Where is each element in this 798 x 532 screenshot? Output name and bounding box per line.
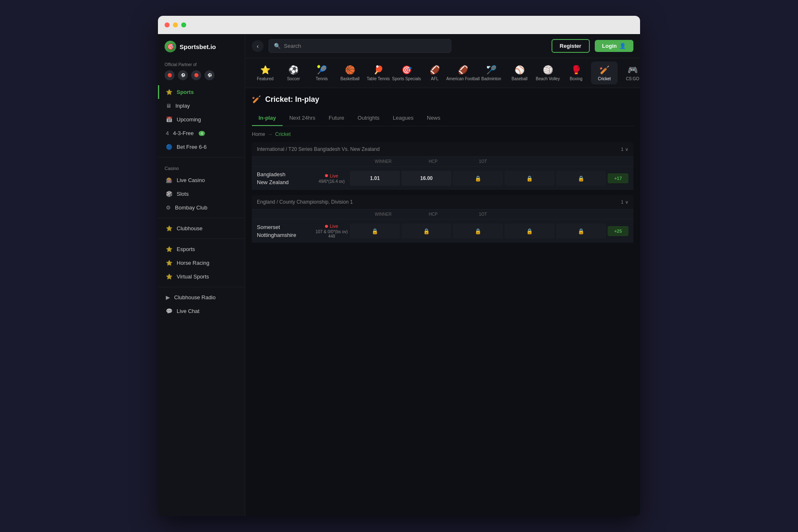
sidebar-sports-label: Sports <box>177 89 194 95</box>
sport-soccer[interactable]: ⚽ Soccer <box>280 62 307 84</box>
breadcrumb-home[interactable]: Home <box>252 131 265 137</box>
odds2-w1[interactable]: 🔒 <box>350 224 400 239</box>
close-btn[interactable] <box>165 22 170 27</box>
sidebar-item-slots[interactable]: 🎲 Slots <box>158 187 245 201</box>
match-league-header-1[interactable]: International / T20 Series Bangladesh Vs… <box>252 142 633 156</box>
odds2-w2[interactable]: 🔒 <box>401 224 451 239</box>
team-nottinghamshire: Nottinghamshire <box>257 232 313 238</box>
nav-divider-1 <box>158 157 245 158</box>
odds-winner-draw-1[interactable]: 16.00 <box>401 171 451 186</box>
inplay-icon: 🖥 <box>166 103 171 109</box>
maximize-btn[interactable] <box>181 22 186 27</box>
lock-icon-6: 🔒 <box>475 228 481 234</box>
oh2-winner: WINNER <box>358 212 408 217</box>
odds-winner-1-1[interactable]: 1.01 <box>350 171 400 186</box>
live-center-1: Live 49/6*(16.4 ov) <box>315 173 348 184</box>
tab-leagues[interactable]: Leagues <box>386 111 420 126</box>
sport-afl[interactable]: 🏈 AFL <box>421 62 448 84</box>
table-tennis-label: Table Tennis <box>367 76 389 81</box>
sidebar-item-bombay-club[interactable]: ⚙ Bombay Club <box>158 201 245 214</box>
oh2-live <box>325 212 358 217</box>
sidebar-live-casino-label: Live Casino <box>177 177 205 183</box>
more-btn-1[interactable]: +17 <box>608 173 628 183</box>
sport-american-football[interactable]: 🏈 American Football <box>450 62 476 84</box>
slots-icon: 🎲 <box>166 191 172 197</box>
match-row-2: Somerset Nottinghamshire Live 107 & 0/0*… <box>252 219 633 243</box>
sport-badminton[interactable]: 🏸 Badminton <box>478 62 505 84</box>
search-placeholder: Search <box>284 43 301 49</box>
sidebar-item-live-casino[interactable]: 🎰 Live Casino <box>158 173 245 187</box>
tab-next24hrs[interactable]: Next 24hrs <box>283 111 322 126</box>
odds2-hcp2[interactable]: 🔒 <box>505 224 554 239</box>
match-teams-2: Somerset Nottinghamshire <box>257 224 313 238</box>
team-somerset: Somerset <box>257 224 313 230</box>
sport-featured[interactable]: ⭐ Featured <box>252 62 278 84</box>
sidebar-item-horse-racing[interactable]: ⭐ Horse Racing <box>158 256 245 270</box>
odds-hcp-2[interactable]: 🔒 <box>505 171 554 186</box>
sidebar-bet-free-label: Bet Free 6-6 <box>177 144 207 150</box>
oh-empty1 <box>508 159 558 164</box>
tournament-name-2: County Championship, Division 1 <box>279 199 353 205</box>
sidebar-item-bet-free[interactable]: 🔵 Bet Free 6-6 <box>158 140 245 154</box>
tab-outrights[interactable]: Outrights <box>351 111 386 126</box>
tab-inplay[interactable]: In-play <box>252 111 283 126</box>
match-league-header-2[interactable]: England / County Championship, Division … <box>252 195 633 209</box>
sidebar-item-4-3-free[interactable]: 4 4-3-Free 4 <box>158 126 245 140</box>
sidebar-clubhouse-label: Clubhouse <box>177 225 202 232</box>
sport-cricket[interactable]: 🏏 Cricket <box>591 62 618 84</box>
afl-icon: 🏈 <box>430 65 440 75</box>
logo-area[interactable]: 🎯 Sportsbet.io <box>158 41 245 59</box>
sport-table-tennis[interactable]: 🏓 Table Tennis <box>365 62 392 84</box>
tab-future[interactable]: Future <box>322 111 351 126</box>
sidebar-horse-label: Horse Racing <box>177 260 209 266</box>
sidebar-item-radio[interactable]: ▶ Clubhouse Radio <box>158 291 245 304</box>
back-button[interactable]: ‹ <box>252 40 264 52</box>
page-header: 🏏 Cricket: In-play <box>252 95 633 104</box>
sidebar-item-sports[interactable]: ⭐ Sports <box>158 85 245 99</box>
sidebar-item-esports[interactable]: ⭐ Esports <box>158 242 245 256</box>
team-bangladesh: Bangladesh <box>257 171 313 177</box>
odds-1ot-1[interactable]: 🔒 <box>556 171 606 186</box>
sport-specials[interactable]: 🎯 Sports Specials <box>393 62 420 84</box>
sport-boxing[interactable]: 🥊 Boxing <box>563 62 589 84</box>
sidebar-item-inplay[interactable]: 🖥 Inplay <box>158 99 245 113</box>
sidebar-upcoming-label: Upcoming <box>177 116 201 123</box>
bet-free-icon: 🔵 <box>166 144 172 150</box>
sports-scroll: ⭐ Featured ⚽ Soccer 🎾 Tennis 🏀 Basketbal… <box>245 58 640 88</box>
sidebar-item-virtual-sports[interactable]: ⭐ Virtual Sports <box>158 270 245 283</box>
search-icon: 🔍 <box>274 43 281 49</box>
live-score-1: 49/6*(16.4 ov) <box>319 179 345 184</box>
live-center-2: Live 107 & 0/0*(bs ov) 448 <box>315 224 348 239</box>
sidebar-item-live-chat[interactable]: 💬 Live Chat <box>158 304 245 318</box>
sidebar-item-clubhouse[interactable]: ⭐ Clubhouse <box>158 222 245 235</box>
oh-empty3 <box>608 159 628 164</box>
afl-label: AFL <box>431 76 438 81</box>
odds2-1ot[interactable]: 🔒 <box>556 224 606 239</box>
american-football-label: American Football <box>446 76 480 81</box>
lock-icon-5: 🔒 <box>423 228 430 234</box>
lock-icon-3: 🔒 <box>578 175 584 182</box>
nav-divider-3 <box>158 239 245 239</box>
odds2-hcp1[interactable]: 🔒 <box>453 224 503 239</box>
sport-csgo[interactable]: 🎮 CS:GO <box>619 62 640 84</box>
page-content: 🏏 Cricket: In-play In-play Next 24hrs Fu… <box>245 88 640 516</box>
oh-hcp: HCP <box>408 159 458 164</box>
sport-beach-volley[interactable]: 🏐 Beach Volley <box>534 62 561 84</box>
sport-basketball[interactable]: 🏀 Basketball <box>337 62 363 84</box>
page-title: Cricket: In-play <box>265 95 319 104</box>
register-button[interactable]: Register <box>552 39 590 53</box>
tab-news[interactable]: News <box>420 111 447 126</box>
cricket-icon: 🏏 <box>599 65 610 75</box>
minimize-btn[interactable] <box>173 22 178 27</box>
match-row-1: Bangladesh New Zealand Live 49/6*(16.4 o… <box>252 166 633 190</box>
partner-section: Official Partner of 🔴 ⚽ 🔴 ⚽ <box>158 59 245 85</box>
sport-baseball[interactable]: ⚾ Baseball <box>506 62 533 84</box>
search-bar[interactable]: 🔍 Search <box>268 39 451 53</box>
table-tennis-icon: 🏓 <box>373 65 384 75</box>
chat-icon: 💬 <box>166 308 172 314</box>
odds-hcp-1[interactable]: 🔒 <box>453 171 503 186</box>
sidebar-item-upcoming[interactable]: 📅 Upcoming <box>158 113 245 126</box>
login-button[interactable]: Login 👤 <box>595 40 633 52</box>
sport-tennis[interactable]: 🎾 Tennis <box>308 62 335 84</box>
more-btn-2[interactable]: +25 <box>608 226 628 236</box>
